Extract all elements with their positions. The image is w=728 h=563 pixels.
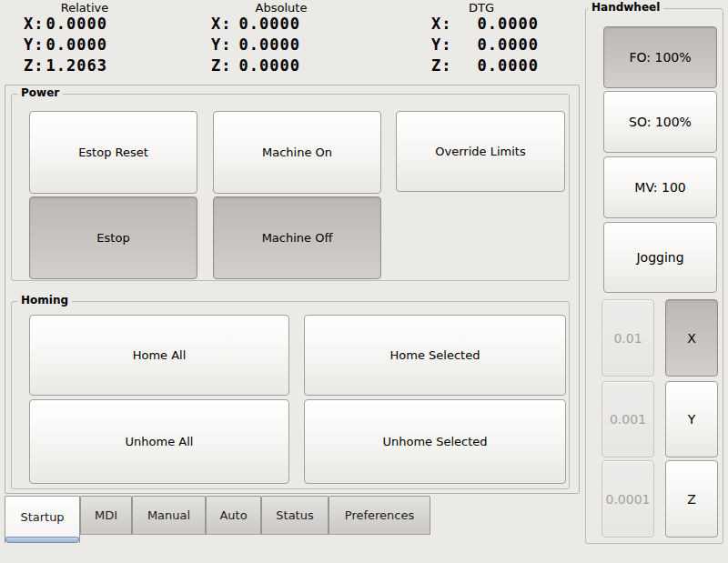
power-frame-label: Power — [17, 86, 63, 100]
estop-button[interactable]: Estop — [29, 196, 197, 279]
increment-0.001-button[interactable]: 0.001 — [602, 381, 654, 457]
tab-mdi-label: MDI — [95, 508, 117, 522]
dro-dtg-title: DTG — [427, 1, 536, 15]
tab-auto-label: Auto — [219, 508, 247, 522]
tab-startup-active-indicator — [5, 537, 79, 543]
tab-preferences-label: Preferences — [345, 508, 414, 522]
axis-z-button[interactable]: Z — [665, 460, 718, 538]
unhome-selected-button[interactable]: Unhome Selected — [304, 399, 566, 484]
dro-relative-z: Z:1.2063 — [24, 55, 107, 76]
dro-relative-title: Relative — [30, 1, 139, 15]
tab-startup-label: Startup — [20, 510, 64, 524]
home-all-button[interactable]: Home All — [29, 315, 289, 396]
homing-frame: Homing Home All Home Selected Unhome All… — [11, 301, 570, 489]
max-velocity-button[interactable]: MV: 100 — [603, 156, 717, 218]
dro-relative-y: Y:0.0000 — [24, 35, 107, 55]
machine-off-button[interactable]: Machine Off — [213, 196, 381, 279]
handwheel-frame: Handwheel FO: 100% SO: 100% MV: 100 Jogg… — [585, 8, 723, 544]
application-window: Relative Absolute DTG X:0.0000 Y:0.0000 … — [0, 0, 728, 563]
estop-reset-button[interactable]: Estop Reset — [29, 111, 197, 194]
home-selected-button[interactable]: Home Selected — [304, 315, 566, 396]
handwheel-frame-label: Handwheel — [588, 1, 663, 15]
dro-absolute-y: Y:0.0000 — [211, 35, 300, 55]
increment-0.01-button[interactable]: 0.01 — [602, 299, 654, 377]
dro-dtg-x: X:0.0000 — [431, 14, 539, 35]
jogging-button[interactable]: Jogging — [603, 222, 717, 293]
tab-manual[interactable]: Manual — [132, 496, 206, 535]
dro-dtg-z: Z:0.0000 — [431, 55, 539, 76]
tab-auto[interactable]: Auto — [206, 496, 261, 535]
tab-preferences[interactable]: Preferences — [329, 496, 430, 535]
homing-frame-label: Homing — [17, 294, 72, 307]
power-frame: Power Estop Reset Machine On Override Li… — [11, 94, 570, 281]
dro-dtg-y: Y:0.0000 — [431, 35, 539, 55]
increment-0.0001-button[interactable]: 0.0001 — [602, 460, 654, 538]
dro-absolute-title: Absolute — [227, 1, 336, 15]
override-limits-button[interactable]: Override Limits — [396, 111, 565, 192]
dro-relative-x: X:0.0000 — [24, 14, 107, 35]
dro-absolute-x: X:0.0000 — [211, 14, 300, 35]
main-panel: Power Estop Reset Machine On Override Li… — [5, 85, 580, 494]
tab-status[interactable]: Status — [261, 496, 329, 535]
feed-override-button[interactable]: FO: 100% — [603, 26, 717, 88]
dro-absolute-values: X:0.0000 Y:0.0000 Z:0.0000 — [211, 14, 300, 76]
tab-startup[interactable]: Startup — [5, 496, 80, 543]
tab-mdi[interactable]: MDI — [80, 496, 132, 535]
dro-absolute-z: Z:0.0000 — [211, 55, 300, 76]
axis-y-button[interactable]: Y — [665, 381, 718, 457]
machine-on-button[interactable]: Machine On — [213, 111, 381, 194]
dro-dtg-values: X:0.0000 Y:0.0000 Z:0.0000 — [431, 14, 539, 76]
axis-x-button[interactable]: X — [665, 299, 718, 377]
spindle-override-button[interactable]: SO: 100% — [603, 91, 717, 153]
unhome-all-button[interactable]: Unhome All — [29, 399, 289, 484]
tab-manual-label: Manual — [147, 508, 190, 522]
dro-relative-values: X:0.0000 Y:0.0000 Z:1.2063 — [24, 14, 107, 76]
tab-status-label: Status — [276, 508, 313, 522]
